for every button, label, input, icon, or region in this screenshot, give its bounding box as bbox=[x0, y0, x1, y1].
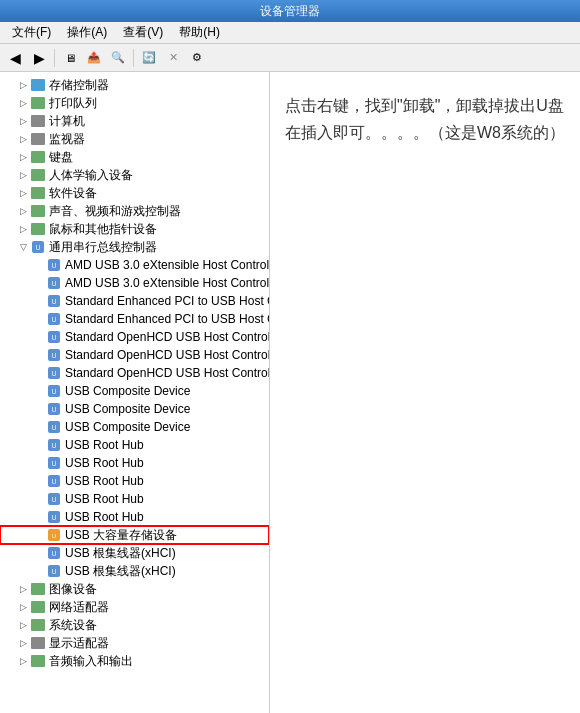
tree-item-system[interactable]: ▷ 系统设备 bbox=[0, 616, 269, 634]
pci-usb1-icon: U bbox=[46, 293, 62, 309]
title-bar: 设备管理器 bbox=[0, 0, 580, 22]
tree-item-keyboard[interactable]: ▷ 键盘 bbox=[0, 148, 269, 166]
main-area: ▷ 存储控制器 ▷ 打印队列 ▷ 计算机 ▷ 监视器 ▷ 键盘 bbox=[0, 72, 580, 713]
label-pci-usb1: Standard Enhanced PCI to USB Host Contro… bbox=[65, 294, 270, 308]
menu-help[interactable]: 帮助(H) bbox=[171, 22, 228, 43]
back-button[interactable]: ◀ bbox=[4, 47, 26, 69]
label-network: 网络适配器 bbox=[49, 599, 109, 616]
tree-item-openhcd2[interactable]: ▷ U Standard OpenHCD USB Host Controller bbox=[0, 346, 269, 364]
amd-usb1-icon: U bbox=[46, 257, 62, 273]
expand-icon-printer: ▷ bbox=[16, 96, 30, 110]
expand-icon-computer: ▷ bbox=[16, 114, 30, 128]
label-roothub2: USB Root Hub bbox=[65, 456, 144, 470]
device-tree[interactable]: ▷ 存储控制器 ▷ 打印队列 ▷ 计算机 ▷ 监视器 ▷ 键盘 bbox=[0, 72, 270, 713]
expand-icon-monitor: ▷ bbox=[16, 132, 30, 146]
menu-action[interactable]: 操作(A) bbox=[59, 22, 115, 43]
tree-item-roothub2[interactable]: ▷ U USB Root Hub bbox=[0, 454, 269, 472]
tree-item-roothub4[interactable]: ▷ U USB Root Hub bbox=[0, 490, 269, 508]
tree-item-root-xhci2[interactable]: ▷ U USB 根集线器(xHCI) bbox=[0, 562, 269, 580]
mouse-icon bbox=[30, 221, 46, 237]
label-monitor: 监视器 bbox=[49, 131, 85, 148]
expand-icon-hid: ▷ bbox=[16, 168, 30, 182]
svg-text:U: U bbox=[51, 262, 56, 269]
label-amd-usb2: AMD USB 3.0 eXtensible Host Controller -… bbox=[65, 276, 270, 290]
label-display: 显示适配器 bbox=[49, 635, 109, 652]
properties-button[interactable]: 🖥 bbox=[59, 47, 81, 69]
tree-item-openhcd3[interactable]: ▷ U Standard OpenHCD USB Host Controller bbox=[0, 364, 269, 382]
label-root-xhci1: USB 根集线器(xHCI) bbox=[65, 545, 176, 562]
svg-text:U: U bbox=[51, 496, 56, 503]
tree-item-openhcd1[interactable]: ▷ U Standard OpenHCD USB Host Controller bbox=[0, 328, 269, 346]
roothub2-icon: U bbox=[46, 455, 62, 471]
tree-item-composite2[interactable]: ▷ U USB Composite Device bbox=[0, 400, 269, 418]
svg-text:U: U bbox=[51, 460, 56, 467]
amd-usb2-icon: U bbox=[46, 275, 62, 291]
tree-item-printer[interactable]: ▷ 打印队列 bbox=[0, 94, 269, 112]
tree-item-storage[interactable]: ▷ 存储控制器 bbox=[0, 76, 269, 94]
scan-button[interactable]: 🔍 bbox=[107, 47, 129, 69]
network-icon bbox=[30, 599, 46, 615]
tree-item-mass-storage[interactable]: ▷ U USB 大容量存储设备 bbox=[0, 526, 269, 544]
tree-item-amd-usb1[interactable]: ▷ U AMD USB 3.0 eXtensible Host Controll… bbox=[0, 256, 269, 274]
label-roothub3: USB Root Hub bbox=[65, 474, 144, 488]
tree-item-roothub5[interactable]: ▷ U USB Root Hub bbox=[0, 508, 269, 526]
forward-button[interactable]: ▶ bbox=[28, 47, 50, 69]
label-av: 声音、视频和游戏控制器 bbox=[49, 203, 181, 220]
label-roothub5: USB Root Hub bbox=[65, 510, 144, 524]
image-icon bbox=[30, 581, 46, 597]
svg-text:U: U bbox=[51, 514, 56, 521]
label-mouse: 鼠标和其他指针设备 bbox=[49, 221, 157, 238]
usb-ctrl-icon: U bbox=[30, 239, 46, 255]
label-composite1: USB Composite Device bbox=[65, 384, 190, 398]
window-title: 设备管理器 bbox=[260, 3, 320, 20]
tree-item-mouse[interactable]: ▷ 鼠标和其他指针设备 bbox=[0, 220, 269, 238]
monitor-icon bbox=[30, 131, 46, 147]
tree-item-amd-usb2[interactable]: ▷ U AMD USB 3.0 eXtensible Host Controll… bbox=[0, 274, 269, 292]
openhcd3-icon: U bbox=[46, 365, 62, 381]
tree-item-root-xhci1[interactable]: ▷ U USB 根集线器(xHCI) bbox=[0, 544, 269, 562]
tree-item-hid[interactable]: ▷ 人体学输入设备 bbox=[0, 166, 269, 184]
tree-item-pci-usb2[interactable]: ▷ U Standard Enhanced PCI to USB Host Co… bbox=[0, 310, 269, 328]
menu-view[interactable]: 查看(V) bbox=[115, 22, 171, 43]
tree-item-composite1[interactable]: ▷ U USB Composite Device bbox=[0, 382, 269, 400]
svg-text:U: U bbox=[51, 478, 56, 485]
tree-item-network[interactable]: ▷ 网络适配器 bbox=[0, 598, 269, 616]
toolbar: ◀ ▶ 🖥 📤 🔍 🔄 ✕ ⚙ bbox=[0, 44, 580, 72]
openhcd2-icon: U bbox=[46, 347, 62, 363]
tree-item-image[interactable]: ▷ 图像设备 bbox=[0, 580, 269, 598]
display-icon bbox=[30, 635, 46, 651]
svg-text:U: U bbox=[51, 424, 56, 431]
usb-icon-svg: U bbox=[31, 240, 45, 254]
tree-item-audio-input[interactable]: ▷ 音频输入和输出 bbox=[0, 652, 269, 670]
label-image: 图像设备 bbox=[49, 581, 97, 598]
openhcd1-icon: U bbox=[46, 329, 62, 345]
roothub3-icon: U bbox=[46, 473, 62, 489]
menu-file[interactable]: 文件(F) bbox=[4, 22, 59, 43]
svg-text:U: U bbox=[51, 352, 56, 359]
roothub1-icon: U bbox=[46, 437, 62, 453]
info-text: 点击右键，找到"卸载"，卸载掉拔出U盘在插入即可。。。。（这是W8系统的） bbox=[285, 92, 565, 146]
info-panel: 点击右键，找到"卸载"，卸载掉拔出U盘在插入即可。。。。（这是W8系统的） bbox=[270, 72, 580, 713]
label-hid: 人体学输入设备 bbox=[49, 167, 133, 184]
label-pci-usb2: Standard Enhanced PCI to USB Host Contro… bbox=[65, 312, 270, 326]
tree-item-usb-ctrl[interactable]: ▽ U 通用串行总线控制器 bbox=[0, 238, 269, 256]
tree-item-monitor[interactable]: ▷ 监视器 bbox=[0, 130, 269, 148]
keyboard-icon bbox=[30, 149, 46, 165]
uninstall-button[interactable]: 📤 bbox=[83, 47, 105, 69]
tree-item-roothub1[interactable]: ▷ U USB Root Hub bbox=[0, 436, 269, 454]
tree-item-audio-video[interactable]: ▷ 声音、视频和游戏控制器 bbox=[0, 202, 269, 220]
settings-button[interactable]: ⚙ bbox=[186, 47, 208, 69]
tree-item-computer[interactable]: ▷ 计算机 bbox=[0, 112, 269, 130]
disable-button[interactable]: ✕ bbox=[162, 47, 184, 69]
tree-item-pci-usb1[interactable]: ▷ U Standard Enhanced PCI to USB Host Co… bbox=[0, 292, 269, 310]
tree-item-roothub3[interactable]: ▷ U USB Root Hub bbox=[0, 472, 269, 490]
tree-item-software[interactable]: ▷ 软件设备 bbox=[0, 184, 269, 202]
expand-icon-display: ▷ bbox=[16, 636, 30, 650]
composite2-icon: U bbox=[46, 401, 62, 417]
xhci2-icon: U bbox=[46, 563, 62, 579]
update-button[interactable]: 🔄 bbox=[138, 47, 160, 69]
tree-item-display[interactable]: ▷ 显示适配器 bbox=[0, 634, 269, 652]
tree-item-composite3[interactable]: ▷ U USB Composite Device bbox=[0, 418, 269, 436]
svg-text:U: U bbox=[51, 568, 56, 575]
label-openhcd2: Standard OpenHCD USB Host Controller bbox=[65, 348, 270, 362]
